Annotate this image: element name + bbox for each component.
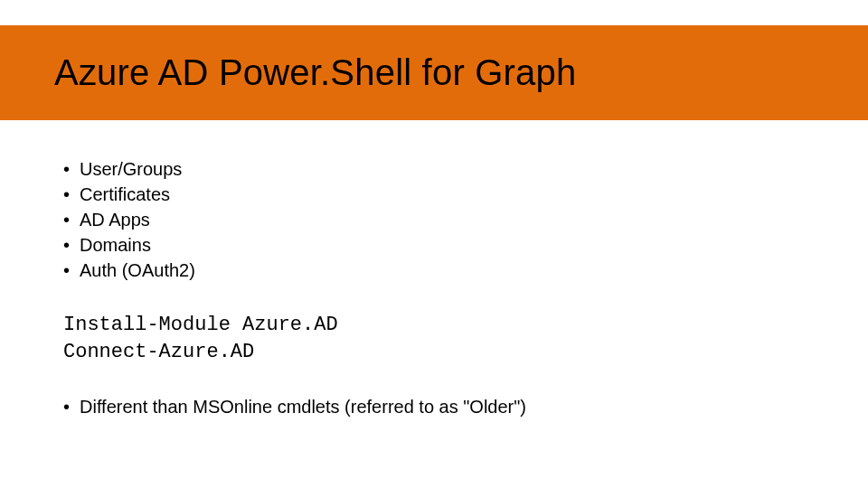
bullet-text: Auth (OAuth2)	[80, 258, 195, 283]
note-text: Different than MSOnline cmdlets (referre…	[80, 394, 526, 419]
list-item: •Domains	[63, 232, 868, 258]
list-item: •Certificates	[63, 182, 868, 207]
code-line: Connect-Azure.AD	[63, 341, 254, 363]
bullet-text: Domains	[80, 232, 151, 258]
list-item: •Auth (OAuth2)	[63, 258, 868, 283]
slide-body: •User/Groups •Certificates •AD Apps •Dom…	[0, 120, 868, 419]
title-bar: Azure AD Power.Shell for Graph	[0, 25, 868, 120]
bullet-list: •User/Groups •Certificates •AD Apps •Dom…	[63, 156, 868, 283]
list-item: •AD Apps	[63, 207, 868, 232]
code-block: Install-Module Azure.AD Connect-Azure.AD	[63, 312, 868, 365]
bullet-text: Certificates	[80, 182, 170, 207]
notes-list: •Different than MSOnline cmdlets (referr…	[63, 394, 868, 419]
code-line: Install-Module Azure.AD	[63, 314, 338, 336]
bullet-text: User/Groups	[80, 156, 182, 182]
list-item: •Different than MSOnline cmdlets (referr…	[63, 394, 868, 419]
bullet-text: AD Apps	[80, 207, 150, 232]
list-item: •User/Groups	[63, 156, 868, 182]
slide-title: Azure AD Power.Shell for Graph	[54, 52, 868, 93]
